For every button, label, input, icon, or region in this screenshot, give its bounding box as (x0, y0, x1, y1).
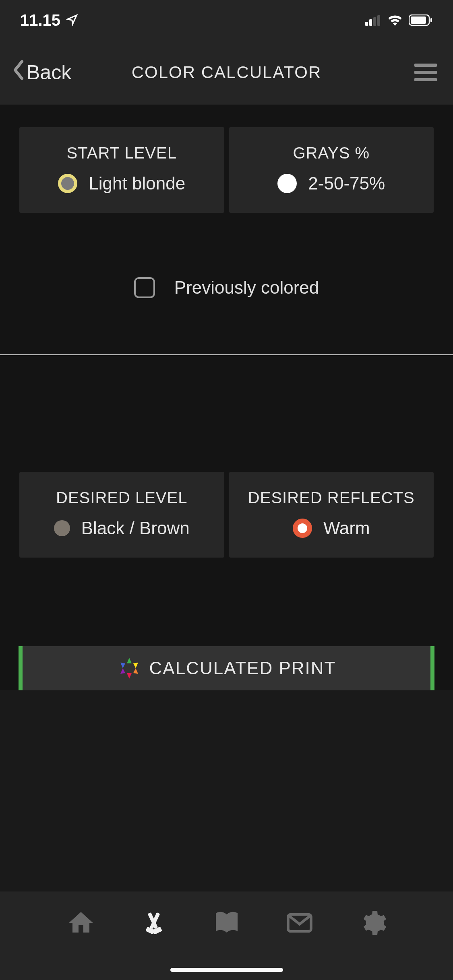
desired-level-title: DESIRED LEVEL (27, 489, 216, 507)
start-level-card[interactable]: START LEVEL Light blonde (19, 127, 224, 213)
svg-marker-10 (127, 673, 132, 679)
status-time: 11.15 (20, 11, 60, 29)
bottom-tab-bar (0, 891, 453, 980)
main-content: START LEVEL Light blonde GRAYS % 2-50-75… (0, 105, 453, 690)
grays-card[interactable]: GRAYS % 2-50-75% (229, 127, 434, 213)
input-row-2: DESIRED LEVEL Black / Brown DESIRED REFL… (0, 472, 453, 558)
wifi-icon (387, 11, 403, 29)
desired-level-card[interactable]: DESIRED LEVEL Black / Brown (19, 472, 224, 558)
location-icon (66, 11, 78, 29)
svg-marker-8 (133, 663, 138, 668)
input-row-1: START LEVEL Light blonde GRAYS % 2-50-75… (0, 105, 453, 213)
svg-marker-9 (133, 668, 138, 674)
gear-icon (358, 908, 387, 939)
svg-rect-2 (373, 17, 376, 26)
grays-value: 2-50-75% (308, 173, 385, 194)
desired-reflects-value-row: Warm (237, 518, 426, 538)
start-level-value: Light blonde (89, 173, 185, 194)
grays-swatch (277, 174, 297, 193)
spacer (0, 355, 453, 472)
previously-colored-checkbox[interactable] (134, 277, 155, 298)
svg-rect-3 (377, 15, 380, 26)
app-header: Back COLOR CALCULATOR (0, 40, 453, 105)
calculate-button[interactable]: CALCULATED PRINT (19, 646, 434, 690)
tab-settings[interactable] (356, 908, 389, 940)
brushes-icon (139, 908, 168, 939)
previously-colored-row: Previously colored (0, 213, 453, 354)
menu-button[interactable] (414, 64, 437, 81)
color-wheel-icon (117, 656, 141, 680)
start-level-title: START LEVEL (27, 144, 216, 162)
home-icon (66, 908, 95, 939)
desired-reflects-card[interactable]: DESIRED REFLECTS Warm (229, 472, 434, 558)
battery-icon (409, 11, 433, 29)
home-indicator (170, 968, 283, 972)
calculate-button-wrap: CALCULATED PRINT (19, 646, 434, 690)
start-level-value-row: Light blonde (27, 173, 216, 194)
previously-colored-label: Previously colored (174, 278, 319, 298)
svg-rect-1 (369, 19, 372, 26)
desired-level-value: Black / Brown (81, 518, 190, 538)
start-level-swatch (58, 174, 77, 193)
status-right (365, 11, 433, 29)
mail-icon (285, 908, 314, 939)
desired-reflects-value: Warm (323, 518, 370, 538)
back-button[interactable]: Back (12, 60, 71, 84)
svg-rect-16 (145, 926, 155, 935)
svg-marker-11 (120, 668, 125, 674)
page-title: COLOR CALCULATOR (132, 63, 322, 82)
desired-level-value-row: Black / Brown (27, 518, 216, 538)
tab-book[interactable] (211, 908, 243, 940)
svg-rect-5 (411, 16, 426, 24)
status-left: 11.15 (20, 11, 78, 29)
chevron-left-icon (12, 60, 25, 84)
desired-level-swatch (54, 520, 70, 536)
cellular-icon (365, 11, 381, 29)
tab-mail[interactable] (283, 908, 316, 940)
desired-reflects-title: DESIRED REFLECTS (237, 489, 426, 507)
book-icon (212, 908, 241, 939)
tab-home[interactable] (65, 908, 97, 940)
back-label: Back (27, 61, 71, 84)
calculate-button-label: CALCULATED PRINT (149, 658, 336, 678)
status-bar: 11.15 (0, 0, 453, 40)
svg-marker-12 (120, 663, 125, 668)
svg-rect-0 (365, 22, 368, 26)
grays-value-row: 2-50-75% (237, 173, 426, 194)
grays-title: GRAYS % (237, 144, 426, 162)
svg-marker-7 (127, 658, 132, 663)
svg-rect-6 (430, 18, 432, 22)
tab-tools[interactable] (138, 908, 170, 940)
desired-reflects-swatch (293, 519, 312, 538)
